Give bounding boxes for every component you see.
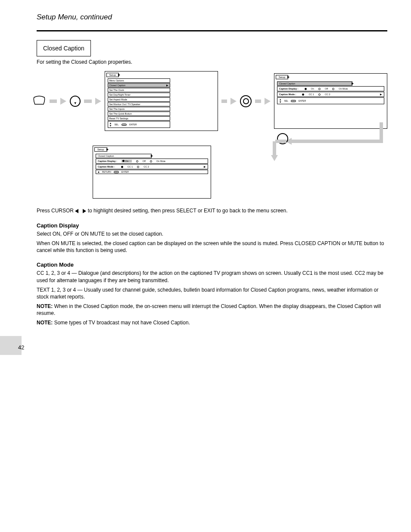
panel-tab: Setup bbox=[94, 147, 107, 152]
flow-arrow bbox=[50, 100, 57, 103]
menu-row[interactable]: Menu Options bbox=[108, 78, 170, 83]
caption-display-p1: Select ON, OFF or ON MUTE to set the clo… bbox=[37, 230, 387, 237]
caption-display-p2: When ON MUTE is selected, the closed cap… bbox=[37, 240, 387, 254]
closed-caption-panel: Setup Closed Caption Caption Display : O… bbox=[274, 73, 387, 129]
menu-list: Menu Options Closed Caption▶ Set The Clo… bbox=[108, 78, 215, 128]
page-number: 42 bbox=[18, 344, 24, 351]
menu-row[interactable]: Set The Inputs bbox=[108, 107, 170, 111]
radio-icon bbox=[137, 166, 139, 168]
caption-display-row[interactable]: Caption Display : On Off On Mute bbox=[277, 86, 384, 91]
menu-row[interactable]: Set Monitor Out / TV Speaker bbox=[108, 102, 170, 106]
instruction-text: Press CURSOR to highlight desired settin… bbox=[37, 207, 387, 215]
caption-mode-row[interactable]: Caption Mode : CC 1 CC 2 ▶ bbox=[277, 92, 384, 97]
submenu-header-active: Closed Caption bbox=[277, 81, 352, 86]
menu-row-active[interactable]: Closed Caption▶ bbox=[108, 83, 170, 87]
caption-mode-p2: TEXT 1, 2, 3 or 4 — Usually used for cha… bbox=[37, 286, 387, 300]
action-remote-icon bbox=[32, 95, 46, 108]
arrow-right-icon bbox=[60, 98, 66, 105]
arrow-right-icon bbox=[265, 98, 271, 105]
arrow-right-icon bbox=[230, 98, 237, 105]
cursor-left-icon bbox=[75, 209, 78, 213]
caption-mode-row[interactable]: Caption Mode : CC 1 CC 2 ▶ bbox=[96, 164, 208, 169]
panel-tab: Setup bbox=[106, 73, 119, 77]
section-label-closed-caption: Closed Caption bbox=[37, 40, 91, 56]
panel-footer: ▲▼ SEL ENTER bbox=[277, 97, 384, 104]
radio-icon bbox=[332, 88, 334, 90]
arrow-right-icon bbox=[95, 98, 101, 105]
flow-arrow bbox=[84, 100, 91, 103]
radio-icon bbox=[121, 166, 123, 168]
flow-connector: ▼ bbox=[37, 131, 387, 161]
radio-icon bbox=[305, 88, 307, 90]
cursor-down-button-icon: ▼ bbox=[70, 96, 81, 107]
page-title-cont: , continued bbox=[76, 13, 112, 21]
caption-mode-note1: NOTE: When in the Closed Caption mode, t… bbox=[37, 303, 387, 317]
menu-row[interactable]: Set The Clock bbox=[108, 88, 170, 92]
panel-tab: Setup bbox=[276, 75, 289, 79]
caption-mode-p1: CC 1, 2, 3 or 4 — Dialogue (and descript… bbox=[37, 270, 387, 283]
panel-footer: ◆ RETURN ENTER bbox=[96, 170, 208, 174]
caption-display-heading: Caption Display bbox=[37, 222, 387, 229]
intro-text: For setting the Closed Caption propertie… bbox=[37, 59, 387, 65]
menu-row[interactable]: Set Aspect Mode bbox=[108, 97, 170, 102]
submenu-header: Closed Caption bbox=[96, 154, 152, 158]
setup-menu-panel: Setup Menu Options Closed Caption▶ Set T… bbox=[105, 71, 218, 131]
menu-row[interactable]: Set The Quick Button bbox=[108, 112, 170, 116]
radio-icon bbox=[318, 93, 321, 96]
select-button-icon bbox=[240, 95, 252, 107]
radio-icon bbox=[302, 93, 304, 96]
page-title: Setup Menu, continued bbox=[37, 13, 112, 22]
menu-row[interactable]: Reset TV Settings bbox=[108, 116, 170, 121]
panel-footer: ▲▼ SEL. ENTER bbox=[108, 121, 170, 128]
cursor-right-icon bbox=[83, 209, 86, 213]
menu-row[interactable]: Set Day/Night Timer bbox=[108, 93, 170, 97]
flow-arrow bbox=[221, 100, 227, 103]
caption-mode-heading: Caption Mode bbox=[37, 261, 387, 268]
caption-mode-note2: NOTE: Some types of TV broadcast may not… bbox=[37, 319, 387, 326]
radio-icon bbox=[318, 88, 321, 90]
page-title-main: Setup Menu bbox=[37, 13, 76, 21]
flow-arrow bbox=[255, 100, 261, 103]
header-rule bbox=[37, 30, 387, 31]
